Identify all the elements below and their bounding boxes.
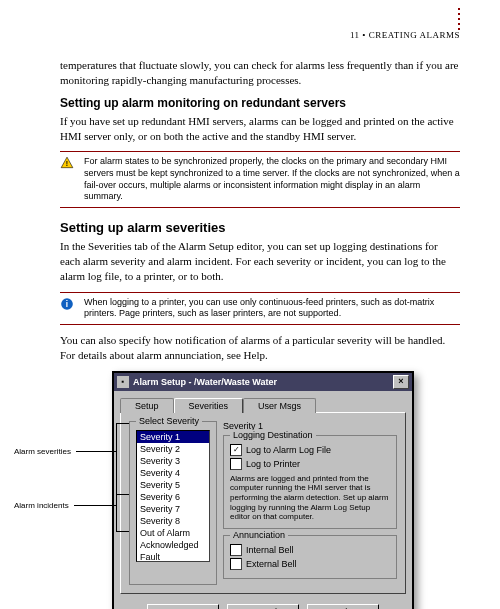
svg-text:!: !	[66, 160, 68, 167]
svg-text:i: i	[66, 300, 68, 309]
checkbox-internal-bell-label: Internal Bell	[246, 545, 294, 555]
body-redundant: If you have set up redundant HMI servers…	[60, 114, 460, 144]
logging-hint: Alarms are logged and printed from the c…	[230, 474, 390, 522]
alarm-setup-dialog: ▪ Alarm Setup - /Water/Waste Water × Set…	[112, 371, 414, 609]
list-item[interactable]: Fault	[137, 551, 209, 562]
list-item[interactable]: Severity 2	[137, 443, 209, 455]
info-text: When logging to a printer, you can use o…	[84, 297, 460, 320]
list-item[interactable]: Severity 5	[137, 479, 209, 491]
warning-text: For alarm states to be synchronized prop…	[84, 156, 460, 203]
select-severity-group: Select Severity Severity 1 Severity 2 Se…	[129, 421, 217, 585]
annunciation-legend: Annunciation	[230, 530, 288, 540]
tab-setup[interactable]: Setup	[120, 398, 174, 413]
list-item[interactable]: Acknowledged	[137, 539, 209, 551]
warning-note: ! For alarm states to be synchronized pr…	[60, 151, 460, 208]
checkbox-internal-bell[interactable]	[230, 544, 242, 556]
callout-line	[76, 451, 116, 452]
heading-severities: Setting up alarm severities	[60, 220, 460, 235]
checkbox-external-bell-label: External Bell	[246, 559, 297, 569]
info-icon: i	[60, 297, 76, 320]
callout-box-incidents	[116, 494, 130, 532]
body-severities-2: You can also specify how notification of…	[60, 333, 460, 363]
dialog-title: Alarm Setup - /Water/Waste Water	[133, 377, 393, 387]
body-intro: temperatures that fluctuate slowly, you …	[60, 58, 460, 88]
header-dots	[458, 8, 460, 30]
list-item[interactable]: Severity 4	[137, 467, 209, 479]
cancel-button[interactable]: Cancel	[227, 604, 299, 609]
callout-line-2	[74, 505, 116, 506]
body-severities-1: In the Severities tab of the Alarm Setup…	[60, 239, 460, 284]
dialog-tabs: Setup Severities User Msgs	[114, 391, 412, 412]
close-icon[interactable]: ×	[393, 375, 409, 389]
list-item[interactable]: Severity 3	[137, 455, 209, 467]
list-item[interactable]: Severity 7	[137, 503, 209, 515]
checkbox-printer[interactable]	[230, 458, 242, 470]
checkbox-logfile-label: Log to Alarm Log File	[246, 445, 331, 455]
logging-legend: Logging Destination	[230, 430, 316, 440]
callout-severities-label: Alarm severities	[14, 447, 71, 456]
dialog-panel: Select Severity Severity 1 Severity 2 Se…	[120, 412, 406, 594]
ok-button[interactable]: OK	[147, 604, 219, 609]
annunciation-group: Annunciation Internal Bell External Bell	[223, 535, 397, 579]
info-note: i When logging to a printer, you can use…	[60, 292, 460, 325]
select-severity-legend: Select Severity	[136, 416, 202, 426]
chapter-header: 11 • CREATING ALARMS	[60, 30, 460, 40]
list-item[interactable]: Severity 6	[137, 491, 209, 503]
tab-user-msgs[interactable]: User Msgs	[243, 398, 316, 413]
list-item[interactable]: Severity 1	[137, 431, 209, 443]
checkbox-external-bell[interactable]	[230, 558, 242, 570]
list-item[interactable]: Out of Alarm	[137, 527, 209, 539]
dialog-titlebar: ▪ Alarm Setup - /Water/Waste Water ×	[114, 373, 412, 391]
severity-listbox[interactable]: Severity 1 Severity 2 Severity 3 Severit…	[136, 430, 210, 562]
callout-incidents-label: Alarm incidents	[14, 501, 69, 510]
dialog-button-row: OK Cancel Help	[114, 600, 412, 609]
checkbox-printer-label: Log to Printer	[246, 459, 300, 469]
heading-redundant: Setting up alarm monitoring on redundant…	[60, 96, 460, 110]
logging-group: Logging Destination ✓ Log to Alarm Log F…	[223, 435, 397, 529]
list-item[interactable]: Severity 8	[137, 515, 209, 527]
help-button[interactable]: Help	[307, 604, 379, 609]
callout-box-severities	[116, 423, 130, 495]
checkbox-logfile[interactable]: ✓	[230, 444, 242, 456]
tab-severities[interactable]: Severities	[174, 398, 244, 413]
warning-icon: !	[60, 156, 76, 203]
severity-details: Severity 1 Logging Destination ✓ Log to …	[223, 421, 397, 585]
dialog-system-icon[interactable]: ▪	[117, 376, 129, 388]
